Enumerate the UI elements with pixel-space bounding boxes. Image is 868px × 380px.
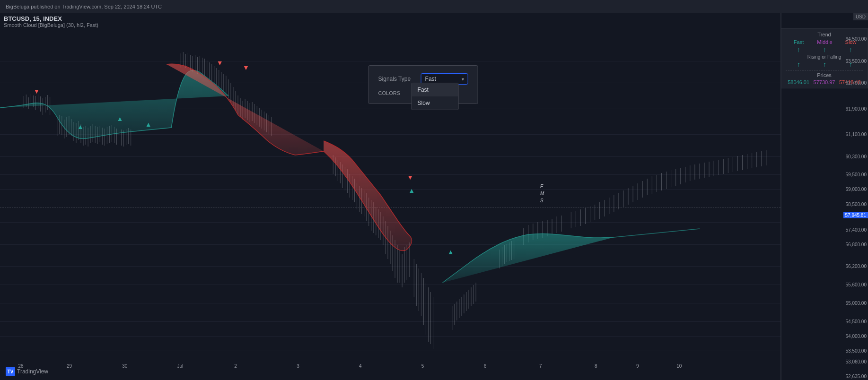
- chart-main: BTCUSD, 15, INDEX Smooth Cloud [BigBelug…: [0, 13, 780, 380]
- x-label-8: 8: [595, 363, 597, 369]
- price-62700: 62,700.00: [846, 80, 868, 86]
- signals-selected-value: Fast: [425, 76, 436, 82]
- down-arrow-2: ▼: [217, 59, 223, 67]
- x-label-30: 30: [122, 363, 127, 369]
- indicator-label: Smooth Cloud [BigBeluga] (30, hl2, Fast): [4, 22, 98, 28]
- x-label-5: 5: [421, 363, 424, 369]
- x-label-2: 2: [234, 363, 237, 369]
- price-55600: 55,600.00: [846, 282, 868, 287]
- price-61100: 61,100.00: [846, 132, 868, 137]
- f-label: F: [540, 184, 544, 189]
- s-label: S: [540, 198, 544, 203]
- price-53500: 53,500.00: [846, 348, 868, 353]
- chart-container: BTCUSD, 15, INDEX Smooth Cloud [BigBelug…: [0, 13, 868, 380]
- down-arrow-4: ▼: [407, 173, 413, 181]
- price-59500: 59,500.00: [846, 172, 868, 177]
- price-57400: 57,400.00: [846, 227, 868, 232]
- x-label-29: 29: [67, 363, 72, 369]
- top-bar: BigBeluga published on TradingView.com, …: [0, 0, 868, 13]
- red-cloud-second: [324, 141, 412, 251]
- down-arrow-1: ▼: [33, 87, 40, 95]
- x-axis: 28 29 30 Jul 2 3 4 5 6 7 8 9 10: [0, 361, 693, 371]
- price-55000: 55,000.00: [846, 301, 868, 306]
- price-58500: 58,500.00: [846, 201, 868, 207]
- tv-logo: TV: [6, 367, 15, 376]
- up-arrow-2: ▲: [145, 121, 152, 128]
- green-cloud-left: [0, 70, 228, 138]
- up-arrow-3: ▲: [77, 123, 84, 130]
- x-label-4: 4: [359, 363, 362, 369]
- dropdown-options: Fast Slow: [412, 83, 459, 110]
- price-scale: 64,500.00 63,500.00 62,700.00 61,900.00 …: [781, 13, 868, 380]
- green-cloud-right: [614, 229, 700, 237]
- price-60300: 60,300.00: [846, 154, 868, 159]
- price-56200: 56,200.00: [846, 264, 868, 269]
- symbol-label: BTCUSD, 15, INDEX: [4, 15, 98, 22]
- x-label-10: 10: [676, 363, 682, 369]
- price-61900: 61,900.00: [846, 106, 868, 111]
- x-label-6: 6: [484, 363, 487, 369]
- current-price-label: 57,945.81: [843, 212, 868, 218]
- price-54500: 54,500.00: [846, 319, 868, 324]
- m-label: M: [540, 191, 544, 196]
- x-label-jul: Jul: [177, 363, 183, 369]
- chevron-down-icon: ▾: [462, 77, 464, 82]
- tv-text: TradingView: [17, 368, 48, 375]
- signals-row: Signals Type Fast ▾ Fast Slow: [378, 73, 468, 85]
- price-54000: 54,000.00: [846, 333, 868, 338]
- price-56800: 56,800.00: [846, 242, 868, 247]
- top-bar-text: BigBeluga published on TradingView.com, …: [6, 4, 162, 9]
- up-arrow-4: ▲: [408, 187, 415, 194]
- price-52635: 52,635.00: [846, 374, 868, 379]
- chart-info: BTCUSD, 15, INDEX Smooth Cloud [BigBelug…: [4, 15, 98, 28]
- green-cloud-recovery: [443, 234, 614, 283]
- option-fast[interactable]: Fast: [412, 83, 458, 96]
- down-arrow-3: ▼: [243, 64, 249, 71]
- tv-watermark: TV TradingView: [6, 367, 48, 376]
- price-53060: 53,060.00: [846, 359, 868, 364]
- x-label-7: 7: [539, 363, 542, 369]
- right-panel: USD Trend Fast Middle Slow ↑ ↑ ↑ Rising …: [780, 13, 868, 380]
- up-arrow-5: ▲: [447, 248, 454, 256]
- option-slow[interactable]: Slow: [412, 96, 458, 110]
- price-64500: 64,500.00: [846, 36, 868, 42]
- price-59000: 59,000.00: [846, 187, 868, 192]
- signals-dropdown: Signals Type Fast ▾ Fast Slow COLORS: [368, 65, 478, 104]
- price-63500: 63,500.00: [846, 58, 868, 63]
- signals-label: Signals Type: [378, 76, 421, 82]
- up-arrow-1: ▲: [116, 115, 123, 122]
- x-label-9: 9: [636, 363, 639, 369]
- x-label-3: 3: [297, 363, 299, 369]
